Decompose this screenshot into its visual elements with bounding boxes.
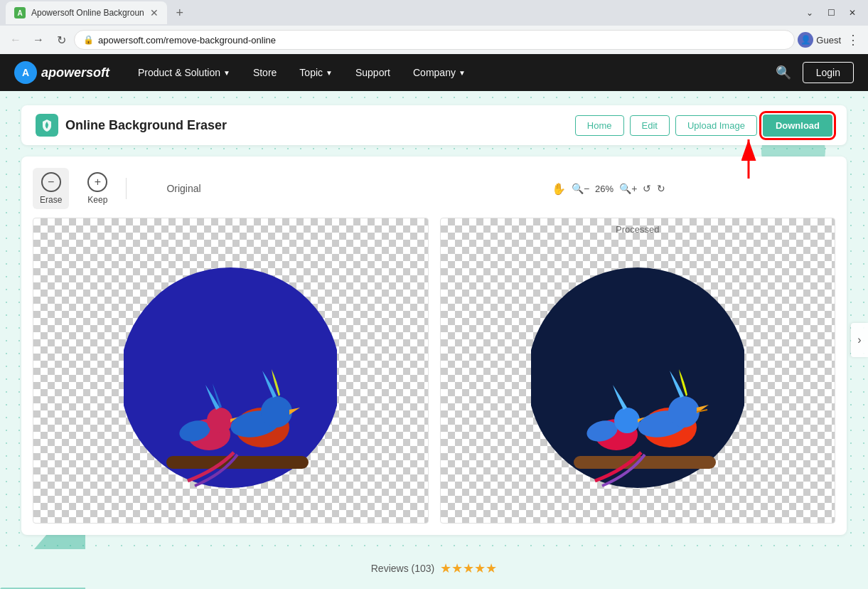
keep-label: Keep	[87, 195, 107, 205]
rating-stars: ★★★★★	[440, 561, 497, 576]
nav-right: 🔍 Login	[776, 62, 854, 83]
zoom-controls: ✋ 🔍− 26% 🔍+ ↺ ↻	[552, 182, 665, 196]
address-bar: ← → ↻ 🔒 apowersoft.com/remove-background…	[0, 26, 868, 54]
ssl-lock-icon: 🔒	[83, 35, 94, 45]
shield-leaf-icon	[40, 118, 54, 132]
profile-icon-symbol: 👤	[800, 35, 811, 45]
reviews-bar: Reviews (103) ★★★★★	[0, 549, 868, 588]
close-window-btn[interactable]: ✕	[842, 3, 862, 23]
svg-rect-15	[574, 456, 716, 469]
side-panel-toggle[interactable]: ›	[851, 323, 868, 357]
company-dropdown-icon: ▼	[459, 69, 466, 77]
editor-toolbar: − Erase + Keep Original ✋ 🔍− 26% 🔍+ ↺ ↻	[33, 168, 835, 209]
original-bird-svg	[124, 235, 337, 506]
address-bar-right: 👤 Guest ⋮	[798, 29, 862, 51]
header-buttons: Home Edit Upload Image Download	[575, 115, 832, 137]
logo[interactable]: A apowersoft	[14, 61, 109, 84]
svg-point-18	[614, 408, 640, 433]
processed-panel-label: Processed	[616, 224, 659, 235]
tab-close-btn[interactable]: ✕	[150, 7, 159, 18]
rotate-left-btn[interactable]: ↺	[643, 183, 651, 194]
edit-button[interactable]: Edit	[630, 115, 670, 136]
nav-support-label: Support	[355, 67, 390, 78]
nav-company-label: Company	[413, 67, 456, 78]
reviews-label: Reviews (103)	[371, 563, 434, 574]
nav-item-company[interactable]: Company ▼	[413, 67, 466, 78]
zoom-out-btn[interactable]: 🔍−	[572, 183, 589, 194]
profile-label[interactable]: Guest	[816, 35, 841, 46]
reload-btn[interactable]: ↻	[51, 30, 71, 50]
hand-tool-icon[interactable]: ✋	[552, 182, 566, 196]
reviews-text: Reviews (103) ★★★★★	[371, 561, 497, 576]
tool-icon	[36, 114, 58, 137]
svg-point-12	[261, 396, 292, 428]
tab-title: Apowersoft Online Backgroun	[31, 8, 144, 18]
original-canvas-panel	[33, 218, 429, 524]
editor-area: − Erase + Keep Original ✋ 🔍− 26% 🔍+ ↺ ↻	[21, 156, 847, 535]
processed-canvas-panel: Processed	[440, 218, 836, 524]
nav-item-topic[interactable]: Topic ▼	[299, 67, 333, 78]
canvas-row: Processed	[33, 218, 835, 524]
keep-tool-btn[interactable]: + Keep	[80, 168, 114, 209]
nav-item-product[interactable]: Product & Solution ▼	[138, 67, 230, 78]
home-button[interactable]: Home	[575, 115, 624, 136]
topic-dropdown-icon: ▼	[326, 69, 333, 77]
svg-point-22	[668, 396, 700, 428]
erase-icon: −	[41, 172, 61, 192]
url-bar[interactable]: 🔒 apowersoft.com/remove-background-onlin…	[74, 30, 795, 50]
original-image-view	[33, 218, 428, 523]
svg-point-8	[207, 408, 232, 433]
download-button[interactable]: Download	[763, 115, 832, 137]
tab-bar: A Apowersoft Online Backgroun ✕ + ⌄ ☐ ✕	[0, 0, 868, 26]
profile-icon[interactable]: 👤	[798, 32, 813, 48]
nav-item-store[interactable]: Store	[253, 67, 277, 78]
nav-product-label: Product & Solution	[138, 67, 220, 78]
main-content: Online Background Eraser Home Edit Uploa…	[0, 91, 868, 589]
site-nav: A apowersoft Product & Solution ▼ Store …	[0, 54, 868, 91]
zoom-percent: 26%	[595, 184, 614, 194]
login-button[interactable]: Login	[803, 62, 854, 83]
browser-menu-btn[interactable]: ⋮	[844, 29, 862, 51]
tool-name: Online Background Eraser	[65, 118, 227, 133]
processed-image-view	[441, 218, 835, 523]
tool-title: Online Background Eraser	[36, 114, 227, 137]
red-arrow-annotation	[720, 132, 763, 185]
processed-bird-svg	[531, 235, 744, 506]
url-text: apowersoft.com/remove-background-online	[98, 35, 786, 46]
active-tab[interactable]: A Apowersoft Online Backgroun ✕	[6, 1, 167, 24]
logo-icon: A	[14, 61, 37, 84]
forward-btn[interactable]: →	[28, 30, 48, 50]
product-dropdown-icon: ▼	[223, 69, 230, 77]
svg-rect-5	[166, 456, 309, 469]
new-tab-btn[interactable]: +	[170, 3, 190, 23]
back-btn[interactable]: ←	[6, 30, 26, 50]
search-icon[interactable]: 🔍	[776, 65, 791, 80]
erase-label: Erase	[40, 195, 62, 205]
original-panel-label: Original	[166, 183, 200, 194]
keep-icon: +	[87, 172, 107, 192]
rotate-right-btn[interactable]: ↻	[657, 183, 665, 194]
logo-text: apowersoft	[41, 65, 109, 80]
content-wrapper: Online Background Eraser Home Edit Uploa…	[0, 91, 868, 549]
maximize-btn[interactable]: ☐	[821, 3, 841, 23]
toolbar-divider	[126, 178, 127, 199]
nav-store-label: Store	[253, 67, 277, 78]
zoom-in-btn[interactable]: 🔍+	[619, 183, 637, 194]
nav-item-support[interactable]: Support	[355, 67, 390, 78]
erase-tool-btn[interactable]: − Erase	[33, 168, 69, 209]
tab-favicon: A	[14, 7, 26, 18]
svg-text:A: A	[22, 67, 29, 78]
nav-topic-label: Topic	[299, 67, 323, 78]
window-controls: ⌄ ☐ ✕	[800, 3, 862, 23]
minimize-btn[interactable]: ⌄	[800, 3, 820, 23]
